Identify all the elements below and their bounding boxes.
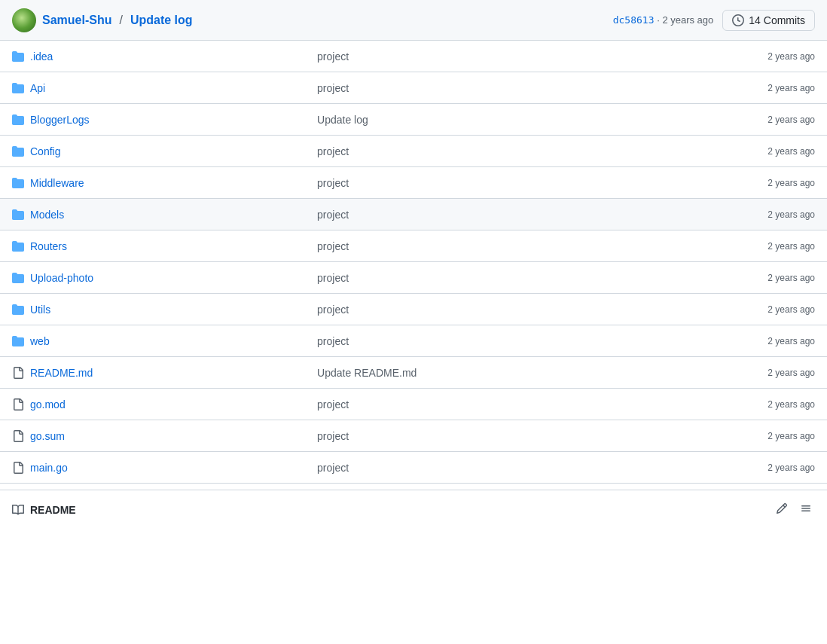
file-name[interactable]: go.sum bbox=[30, 430, 65, 442]
folder-icon bbox=[12, 82, 24, 94]
file-list: .idea project 2 years ago Api project 2 … bbox=[0, 41, 827, 484]
file-time: 2 years ago bbox=[740, 83, 815, 93]
file-time: 2 years ago bbox=[740, 241, 815, 252]
readme-left: README bbox=[12, 504, 76, 516]
file-name[interactable]: BloggerLogs bbox=[30, 114, 90, 126]
commit-message: project bbox=[317, 177, 740, 189]
file-name-cell: .idea bbox=[12, 50, 317, 63]
book-icon bbox=[12, 504, 24, 516]
file-name-cell: Models bbox=[12, 209, 317, 221]
file-icon bbox=[12, 367, 24, 379]
file-icon bbox=[12, 398, 24, 411]
repo-header-right: dc58613 · 2 years ago 14 Commits bbox=[613, 10, 815, 31]
file-icon bbox=[12, 462, 24, 474]
file-row: main.go project 2 years ago bbox=[0, 452, 827, 484]
file-time: 2 years ago bbox=[740, 273, 815, 283]
file-row: BloggerLogs Update log 2 years ago bbox=[0, 104, 827, 136]
file-name[interactable]: Middleware bbox=[30, 177, 84, 189]
folder-icon bbox=[12, 145, 24, 157]
file-row: Api project 2 years ago bbox=[0, 72, 827, 104]
file-time: 2 years ago bbox=[740, 178, 815, 188]
file-row: Upload-photo project 2 years ago bbox=[0, 262, 827, 294]
file-name[interactable]: .idea bbox=[30, 50, 53, 63]
file-name[interactable]: web bbox=[30, 335, 50, 347]
file-name[interactable]: Config bbox=[30, 145, 60, 157]
repo-title[interactable]: Update log bbox=[130, 14, 193, 27]
file-name-cell: Routers bbox=[12, 240, 317, 252]
commit-time: 2 years ago bbox=[662, 14, 713, 26]
commit-message: project bbox=[317, 462, 740, 474]
file-row: README.md Update README.md 2 years ago bbox=[0, 357, 827, 389]
file-time: 2 years ago bbox=[740, 209, 815, 220]
file-row: go.mod project 2 years ago bbox=[0, 389, 827, 420]
file-name-cell: BloggerLogs bbox=[12, 114, 317, 126]
file-time: 2 years ago bbox=[740, 336, 815, 346]
folder-icon bbox=[12, 240, 24, 252]
file-name[interactable]: Api bbox=[30, 82, 45, 94]
commit-message: project bbox=[317, 209, 740, 221]
commit-message: project bbox=[317, 272, 740, 284]
commit-message: project bbox=[317, 50, 740, 63]
commit-message: project bbox=[317, 304, 740, 316]
file-row: web project 2 years ago bbox=[0, 325, 827, 357]
file-row: Models project 2 years ago bbox=[0, 199, 827, 230]
file-time: 2 years ago bbox=[740, 462, 815, 473]
repo-header: Samuel-Shu / Update log dc58613 · 2 year… bbox=[0, 0, 827, 41]
folder-icon bbox=[12, 50, 24, 63]
file-name-cell: Middleware bbox=[12, 177, 317, 189]
readme-label: README bbox=[30, 504, 76, 516]
file-name-cell: Upload-photo bbox=[12, 272, 317, 284]
list-icon bbox=[800, 502, 812, 514]
file-time: 2 years ago bbox=[740, 368, 815, 378]
commit-message: project bbox=[317, 145, 740, 157]
file-row: Config project 2 years ago bbox=[0, 136, 827, 167]
commit-message: project bbox=[317, 430, 740, 442]
commits-label: 14 Commits bbox=[749, 14, 805, 26]
file-name-cell: Config bbox=[12, 145, 317, 157]
list-icon-button[interactable] bbox=[797, 499, 815, 520]
file-name[interactable]: Models bbox=[30, 209, 64, 221]
file-row: .idea project 2 years ago bbox=[0, 41, 827, 72]
edit-readme-button[interactable] bbox=[773, 499, 791, 520]
folder-icon bbox=[12, 114, 24, 126]
folder-icon bbox=[12, 272, 24, 284]
commit-message: Update log bbox=[317, 114, 740, 126]
file-time: 2 years ago bbox=[740, 114, 815, 125]
folder-icon bbox=[12, 335, 24, 347]
file-name-cell: web bbox=[12, 335, 317, 347]
folder-icon bbox=[12, 209, 24, 221]
file-row: Utils project 2 years ago bbox=[0, 294, 827, 325]
file-name[interactable]: Routers bbox=[30, 240, 67, 252]
file-name-cell: go.mod bbox=[12, 398, 317, 411]
file-row: Routers project 2 years ago bbox=[0, 230, 827, 262]
file-time: 2 years ago bbox=[740, 304, 815, 315]
repo-separator: / bbox=[119, 14, 122, 27]
file-name-cell: main.go bbox=[12, 462, 317, 474]
commit-info: dc58613 · 2 years ago bbox=[613, 14, 714, 26]
commit-hash[interactable]: dc58613 bbox=[613, 14, 655, 26]
file-time: 2 years ago bbox=[740, 51, 815, 62]
commit-message: project bbox=[317, 82, 740, 94]
file-icon bbox=[12, 430, 24, 442]
file-time: 2 years ago bbox=[740, 431, 815, 441]
file-name[interactable]: main.go bbox=[30, 462, 68, 474]
file-name-cell: README.md bbox=[12, 367, 317, 379]
commit-message: Update README.md bbox=[317, 367, 740, 379]
file-row: go.sum project 2 years ago bbox=[0, 420, 827, 452]
repo-owner[interactable]: Samuel-Shu bbox=[42, 14, 111, 27]
file-time: 2 years ago bbox=[740, 399, 815, 410]
commit-message: project bbox=[317, 240, 740, 252]
file-name[interactable]: go.mod bbox=[30, 398, 66, 411]
folder-icon bbox=[12, 304, 24, 316]
folder-icon bbox=[12, 177, 24, 189]
commit-message: project bbox=[317, 398, 740, 411]
clock-icon bbox=[732, 14, 744, 26]
file-name[interactable]: README.md bbox=[30, 367, 93, 379]
file-name-cell: go.sum bbox=[12, 430, 317, 442]
readme-footer: README bbox=[0, 490, 827, 529]
file-name[interactable]: Upload-photo bbox=[30, 272, 93, 284]
file-name[interactable]: Utils bbox=[30, 304, 50, 316]
readme-actions bbox=[773, 499, 815, 520]
file-name-cell: Api bbox=[12, 82, 317, 94]
commits-button[interactable]: 14 Commits bbox=[722, 10, 815, 31]
